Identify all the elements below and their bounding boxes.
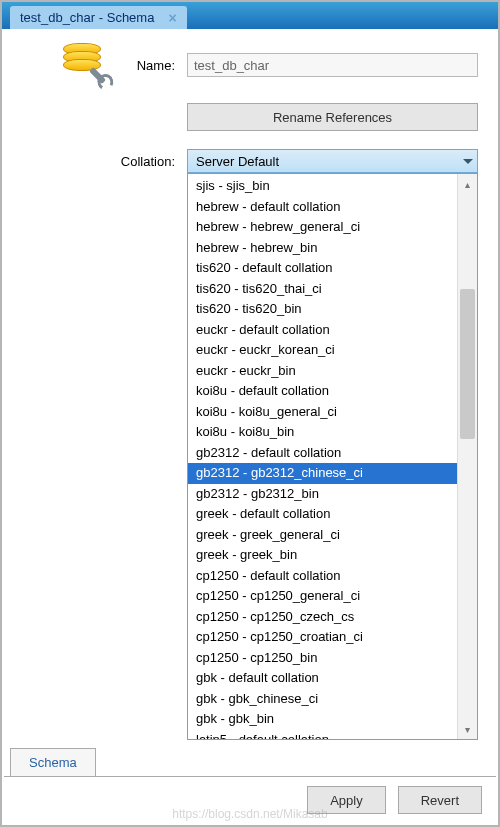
collation-combobox[interactable]: Server Default [187,149,478,173]
apply-button[interactable]: Apply [307,786,386,814]
collation-dropdown-list: sjis - sjis_binhebrew - default collatio… [187,173,478,740]
footer-tab-bar: Schema [4,749,496,777]
collation-option[interactable]: greek - greek_general_ci [188,525,457,546]
scroll-track[interactable] [458,194,477,719]
collation-option[interactable]: euckr - euckr_bin [188,361,457,382]
collation-option[interactable]: hebrew - hebrew_general_ci [188,217,457,238]
close-icon[interactable]: × [168,10,176,26]
scroll-up-icon[interactable]: ▴ [458,174,477,194]
collation-option[interactable]: gbk - gbk_bin [188,709,457,730]
scroll-down-icon[interactable]: ▾ [458,719,477,739]
collation-option[interactable]: euckr - default collation [188,320,457,341]
collation-option[interactable]: greek - default collation [188,504,457,525]
tab-schema-editor[interactable]: test_db_char - Schema × [10,6,187,29]
collation-option[interactable]: euckr - euckr_korean_ci [188,340,457,361]
footer-actions: Apply Revert [4,777,496,823]
collation-label: Collation: [22,154,177,169]
scroll-thumb[interactable] [460,289,475,439]
collation-selected: Server Default [196,154,279,169]
collation-option[interactable]: hebrew - hebrew_bin [188,238,457,259]
collation-option[interactable]: cp1250 - cp1250_croatian_ci [188,627,457,648]
collation-option[interactable]: tis620 - tis620_thai_ci [188,279,457,300]
collation-option[interactable]: gb2312 - gb2312_bin [188,484,457,505]
collation-option[interactable]: tis620 - default collation [188,258,457,279]
collation-option[interactable]: cp1250 - default collation [188,566,457,587]
revert-button[interactable]: Revert [398,786,482,814]
name-input[interactable] [187,53,478,77]
tab-bar: test_db_char - Schema × [2,2,498,29]
collation-option[interactable]: gbk - gbk_chinese_ci [188,689,457,710]
rename-references-button[interactable]: Rename References [187,103,478,131]
collation-option[interactable]: gb2312 - default collation [188,443,457,464]
collation-option[interactable]: tis620 - tis620_bin [188,299,457,320]
collation-option[interactable]: hebrew - default collation [188,197,457,218]
scrollbar[interactable]: ▴ ▾ [457,174,477,739]
collation-option[interactable]: gb2312 - gb2312_chinese_ci [188,463,457,484]
collation-option[interactable]: cp1250 - cp1250_general_ci [188,586,457,607]
name-label: Name: [137,58,175,73]
collation-option[interactable]: cp1250 - cp1250_bin [188,648,457,669]
tab-title: test_db_char - Schema [20,10,154,25]
name-row: Name: [22,41,478,89]
collation-option[interactable]: greek - greek_bin [188,545,457,566]
database-icon [61,41,109,89]
tab-schema[interactable]: Schema [10,748,96,776]
collation-option[interactable]: latin5 - default collation [188,730,457,741]
collation-option[interactable]: koi8u - default collation [188,381,457,402]
collation-option[interactable]: koi8u - koi8u_general_ci [188,402,457,423]
collation-option[interactable]: cp1250 - cp1250_czech_cs [188,607,457,628]
collation-option[interactable]: koi8u - koi8u_bin [188,422,457,443]
collation-option[interactable]: sjis - sjis_bin [188,176,457,197]
collation-option[interactable]: gbk - default collation [188,668,457,689]
chevron-down-icon [463,159,473,164]
